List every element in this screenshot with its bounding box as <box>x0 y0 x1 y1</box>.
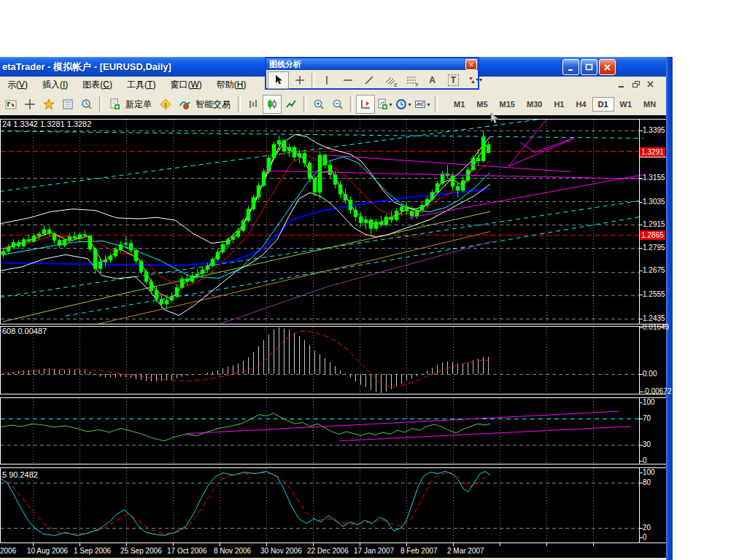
scale-tick <box>640 528 643 529</box>
bar-chart-mode-button[interactable] <box>244 95 263 114</box>
stochastic-indicator[interactable] <box>0 467 666 543</box>
line-studies-titlebar[interactable]: 图线分析 ✕ <box>266 58 478 70</box>
menu-item-h[interactable]: 帮助(H) <box>209 78 254 92</box>
crosshair-mode-button[interactable] <box>20 95 39 114</box>
scale-label: 1.2435 <box>643 314 666 322</box>
menu-item-c[interactable]: 图表(C) <box>75 78 120 92</box>
cursor-tool-button[interactable] <box>268 71 289 89</box>
date-axis-label: 17 Oct 2006 <box>167 547 206 555</box>
vertical-line-tool-button[interactable] <box>316 71 337 89</box>
timeframe-switcher: M1M5M15M30H1H4D1W1MN <box>448 97 662 112</box>
menu-item-i[interactable]: 插入(I) <box>35 78 75 92</box>
minimize-button[interactable] <box>562 59 579 75</box>
scale-label: 100 <box>643 398 666 406</box>
new-order-label[interactable]: 新定单 <box>124 98 156 111</box>
scale-label: 1.2915 <box>643 220 666 228</box>
line-chart-mode-button[interactable] <box>282 95 301 114</box>
timeframe-m1[interactable]: M1 <box>448 97 471 112</box>
maximize-button[interactable] <box>581 59 597 75</box>
scale-label: 20 <box>643 524 666 532</box>
scale-tick <box>640 461 643 462</box>
text-icon: A <box>429 75 436 85</box>
menu-item-t[interactable]: 工具(T) <box>120 78 163 92</box>
chevron-down-icon: ▾ <box>408 101 411 108</box>
text-label-tool-button[interactable]: T <box>443 71 464 89</box>
template-icon <box>414 98 426 110</box>
history-center-button[interactable] <box>77 95 96 114</box>
zoom-in-icon <box>313 98 325 110</box>
timeframe-mn[interactable]: MN <box>638 97 662 112</box>
scale-label: 1.2675 <box>643 266 666 274</box>
indicators-list-button[interactable]: ▾ <box>375 95 394 114</box>
favorites-button[interactable] <box>39 95 58 114</box>
mdi-close-button[interactable] <box>645 79 657 90</box>
expert-advisors-button[interactable] <box>175 95 194 114</box>
arrows-tool-button[interactable]: ▾ <box>464 71 485 89</box>
periods-button[interactable]: ▾ <box>394 95 413 114</box>
mdi-minimize-button[interactable] <box>616 79 627 90</box>
timeframe-m5[interactable]: M5 <box>471 97 493 112</box>
menu-item-w[interactable]: 窗口(W) <box>163 78 209 92</box>
scale-tick <box>640 419 643 419</box>
timeframe-d1[interactable]: D1 <box>592 97 614 112</box>
horizontal-line-tool-button[interactable] <box>337 71 358 89</box>
rsi-indicator[interactable] <box>0 397 666 464</box>
main-chart[interactable] <box>0 119 666 324</box>
toolbar-separator <box>99 96 102 112</box>
scale-label: 0 <box>643 533 666 541</box>
line-studies-close-button[interactable]: ✕ <box>465 59 477 70</box>
macd-indicator[interactable] <box>0 326 666 394</box>
templates-button[interactable]: ▾ <box>413 95 432 114</box>
indicators-icon <box>376 98 388 110</box>
toolbar-separator <box>238 96 241 112</box>
mdi-restore-button[interactable] <box>630 79 642 90</box>
equidistant-channel-tool-button[interactable]: E <box>379 71 400 89</box>
price-scale-highlight: 1.3291 <box>640 147 665 157</box>
zoom-in-button[interactable] <box>309 95 328 114</box>
scale-tick <box>640 271 643 271</box>
timeframe-m15[interactable]: M15 <box>494 97 521 112</box>
close-button[interactable] <box>599 59 616 75</box>
timeframe-w1[interactable]: W1 <box>614 97 638 112</box>
text-tool-button[interactable]: A <box>422 71 443 89</box>
scale-label: 0 <box>643 456 666 464</box>
scale-tick <box>640 178 643 179</box>
fibonacci-icon <box>406 75 417 85</box>
svg-text:!: ! <box>165 101 167 109</box>
scale-label: -0.00672 <box>643 387 666 395</box>
scale-tick <box>640 483 643 483</box>
market-watch-button[interactable] <box>1 95 20 114</box>
timeframe-h1[interactable]: H1 <box>548 97 570 112</box>
timeframe-m30[interactable]: M30 <box>521 97 548 112</box>
line-studies-toolbar[interactable]: 图线分析 ✕ EFAT▾ <box>265 57 479 90</box>
new-order-button[interactable] <box>105 95 124 114</box>
star-icon <box>43 98 55 110</box>
data-window-button[interactable] <box>58 95 77 114</box>
linechart-icon <box>285 98 297 110</box>
zoom-out-button[interactable] <box>328 95 347 114</box>
toolbar-separator <box>435 96 438 112</box>
crosshair-icon <box>24 98 36 110</box>
crosshair-tool-button[interactable] <box>289 71 310 89</box>
chevron-down-icon: ▾ <box>389 101 392 108</box>
zoom-out-icon <box>332 98 344 110</box>
market-watch-icon <box>5 98 17 110</box>
candles-icon <box>266 98 278 110</box>
chart-shift-button[interactable] <box>356 95 375 114</box>
shift-icon <box>360 98 371 110</box>
menu-item-v[interactable]: 示(V) <box>0 78 35 92</box>
expert-advisors-label[interactable]: 智能交易 <box>194 98 235 111</box>
fibonacci-tool-button[interactable]: F <box>400 71 422 89</box>
cursor-icon <box>274 74 284 85</box>
scale-tick <box>640 202 643 203</box>
scale-label: 1.3395 <box>643 126 666 134</box>
scale-tick <box>640 131 643 131</box>
scale-label: 0.01649 <box>643 323 666 331</box>
date-axis-label: 22 Dec 2006 <box>307 547 349 555</box>
timeframe-h4[interactable]: H4 <box>570 97 592 112</box>
trendline-tool-button[interactable] <box>358 71 379 89</box>
alerts-button[interactable]: ! <box>156 95 175 114</box>
candlestick-mode-button[interactable] <box>263 95 282 114</box>
window-right-border <box>666 57 673 560</box>
date-axis-label: 8 Nov 2006 <box>214 547 251 555</box>
